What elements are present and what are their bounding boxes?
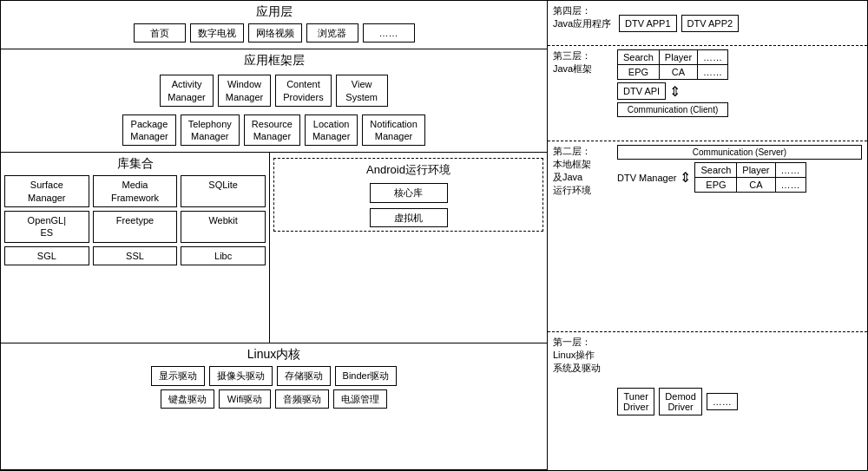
l3-search: Search	[618, 50, 660, 65]
demod-driver: Demod Driver	[659, 388, 701, 415]
lib-item-freetype: Freetype	[93, 211, 178, 243]
android-section: Android运行环境 核心库 虚拟机	[273, 158, 543, 232]
framework-layer: 应用框架层 Activity Manager Window Manager Co…	[1, 49, 547, 153]
arrow2-icon: ⇕	[680, 169, 691, 186]
app-layer-items: 首页 数字电视 网络视频 浏览器 ……	[6, 23, 542, 43]
linux-item-5: Wifi驱动	[219, 389, 271, 409]
dtv-app2: DTV APP2	[681, 15, 740, 32]
l3-player: Player	[659, 50, 697, 65]
lib-left: 库集合 Surface Manager Media Framework SQLi…	[1, 153, 270, 343]
android-core: 核心库	[370, 183, 448, 202]
lib-item-sqlite: SQLite	[181, 175, 266, 207]
android-title: Android运行环境	[278, 162, 539, 178]
right-layer3-label: 第三层： Java框架	[553, 49, 614, 75]
dtv-app1: DTV APP1	[619, 15, 677, 32]
lib-item-libc: Libc	[181, 246, 266, 265]
lib-item-media: Media Framework	[93, 175, 178, 207]
framework-layer-title: 应用框架层	[6, 53, 542, 69]
fw-item-8: Notification Manager	[362, 114, 424, 147]
app-item-3: 浏览器	[306, 23, 358, 43]
app-item-1: 数字电视	[190, 23, 244, 43]
lib-title: 库集合	[4, 156, 266, 172]
lib-layer: 库集合 Surface Manager Media Framework SQLi…	[1, 153, 547, 343]
lib-item-opengl: OpenGL| ES	[4, 211, 89, 243]
app-item-0: 首页	[134, 23, 186, 43]
left-side: 应用层 首页 数字电视 网络视频 浏览器 …… 应用框架层 Activity M…	[1, 1, 548, 470]
right-layer-1: 第一层：Linux操作系统及驱动 Tuner Driver Demod Driv…	[548, 332, 867, 470]
linux-item-2: 存储驱动	[277, 366, 331, 385]
app-item-2: 网络视频	[248, 23, 302, 43]
linux-item-7: 电源管理	[333, 389, 387, 409]
comm-client: Communication (Client)	[617, 102, 728, 117]
lib-grid: Surface Manager Media Framework SQLite O…	[4, 175, 266, 265]
framework-row2: Package Manager Telephony Manager Resour…	[6, 114, 542, 147]
linux-item-6: 音频驱动	[275, 389, 329, 409]
lib-item-sgl: SGL	[4, 246, 89, 265]
lib-item-ssl: SSL	[93, 246, 178, 265]
main-container: 应用层 首页 数字电视 网络视频 浏览器 …… 应用框架层 Activity M…	[0, 0, 868, 471]
dtv-api: DTV API	[617, 82, 666, 100]
linux-item-3: Binder驱动	[335, 366, 398, 385]
linux-item-0: 显示驱动	[151, 366, 205, 385]
lib-item-surface: Surface Manager	[4, 175, 89, 207]
right-side: 第四层： Java应用程序 DTV APP1 DTV APP2 第三层： Jav…	[548, 1, 867, 470]
framework-grid: Activity Manager Window Manager Content …	[6, 72, 542, 148]
layer1-ellipsis: ……	[707, 393, 738, 410]
right-layer-2: 第二层： 本地框架 及Java 运行环境 Communication (Serv…	[548, 141, 867, 332]
fw-item-0: Activity Manager	[160, 75, 213, 107]
android-vm: 虚拟机	[370, 208, 448, 227]
linux-item-4: 键盘驱动	[161, 389, 214, 409]
fw-item-4: Package Manager	[122, 114, 175, 147]
tuner-driver: Tuner Driver	[617, 388, 654, 415]
l3-epg: EPG	[618, 65, 660, 80]
fw-item-2: Content Providers	[275, 75, 331, 107]
linux-row2: 键盘驱动 Wifi驱动 音频驱动 电源管理	[6, 389, 542, 409]
right-layer-4: 第四层： Java应用程序 DTV APP1 DTV APP2	[548, 1, 867, 46]
fw-item-6: Resource Manager	[244, 114, 300, 147]
right-layer4-label: 第四层： Java应用程序	[553, 4, 614, 30]
arrow-icon: ⇕	[669, 83, 681, 100]
lib-right: Android运行环境 核心库 虚拟机	[270, 153, 547, 343]
fw-item-7: Location Manager	[305, 114, 358, 147]
l2-player: Player	[737, 163, 775, 178]
l2-epg: EPG	[695, 178, 737, 193]
l2-search: Search	[695, 163, 737, 178]
l2-r2c3: ……	[775, 178, 806, 193]
layer2-table: Search Player …… EPG CA ……	[694, 162, 806, 193]
l3-r2c3: ……	[698, 65, 728, 80]
linux-row1: 显示驱动 摄像头驱动 存储驱动 Binder驱动	[6, 366, 542, 385]
fw-item-1: Window Manager	[218, 75, 271, 107]
fw-item-3: View System	[336, 75, 388, 107]
right-layer-3: 第三层： Java框架 Search Player …… EPG	[548, 46, 867, 141]
right-layer2-label: 第二层： 本地框架 及Java 运行环境	[553, 145, 614, 197]
l2-ca: CA	[737, 178, 775, 193]
l3-ca: CA	[659, 65, 697, 80]
comm-server: Communication (Server)	[617, 145, 862, 160]
l2-r1c3: ……	[775, 163, 806, 178]
linux-item-1: 摄像头驱动	[209, 366, 273, 385]
linux-layer: Linux内核 显示驱动 摄像头驱动 存储驱动 Binder驱动 键盘驱动 Wi…	[1, 343, 547, 470]
fw-item-5: Telephony Manager	[181, 114, 240, 147]
app-layer: 应用层 首页 数字电视 网络视频 浏览器 ……	[1, 1, 547, 49]
right-layer1-label: 第一层：Linux操作系统及驱动	[553, 336, 614, 375]
app-layer-title: 应用层	[6, 4, 542, 20]
lib-item-webkit: Webkit	[181, 211, 266, 243]
dtv-manager-label: DTV Manager	[617, 173, 676, 183]
layer3-table: Search Player …… EPG CA ……	[617, 49, 728, 80]
framework-row1: Activity Manager Window Manager Content …	[6, 75, 542, 107]
l3-r1c3: ……	[698, 50, 728, 65]
linux-title: Linux内核	[6, 347, 542, 363]
app-item-4: ……	[363, 23, 415, 43]
